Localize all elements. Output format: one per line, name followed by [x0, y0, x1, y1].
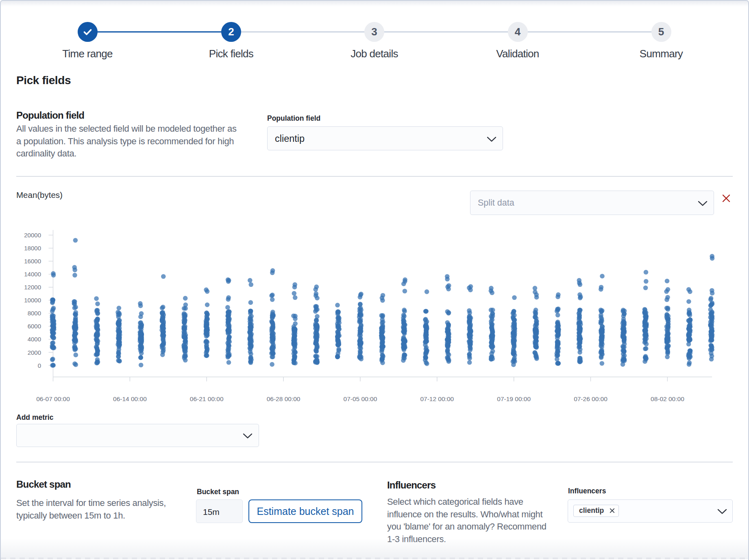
svg-text:6000: 6000: [28, 323, 41, 330]
svg-text:8000: 8000: [28, 310, 41, 317]
svg-text:07-26 00:00: 07-26 00:00: [574, 395, 607, 402]
svg-text:07-19 00:00: 07-19 00:00: [497, 395, 531, 402]
svg-text:06-21 00:00: 06-21 00:00: [190, 395, 224, 402]
svg-text:2000: 2000: [28, 349, 41, 356]
svg-text:10000: 10000: [24, 297, 41, 304]
svg-text:06-14 00:00: 06-14 00:00: [113, 395, 147, 402]
svg-text:07-12 00:00: 07-12 00:00: [420, 395, 454, 402]
svg-text:16000: 16000: [24, 258, 41, 265]
svg-text:14000: 14000: [24, 271, 41, 278]
svg-text:07-05 00:00: 07-05 00:00: [344, 395, 377, 402]
svg-text:08-02 00:00: 08-02 00:00: [651, 395, 684, 402]
svg-text:4000: 4000: [28, 336, 41, 343]
svg-text:0: 0: [38, 362, 41, 369]
svg-text:20000: 20000: [24, 232, 41, 239]
svg-text:12000: 12000: [24, 284, 41, 291]
svg-text:06-28 00:00: 06-28 00:00: [267, 395, 300, 402]
svg-text:06-07 00:00: 06-07 00:00: [36, 395, 70, 402]
svg-text:18000: 18000: [24, 245, 41, 252]
